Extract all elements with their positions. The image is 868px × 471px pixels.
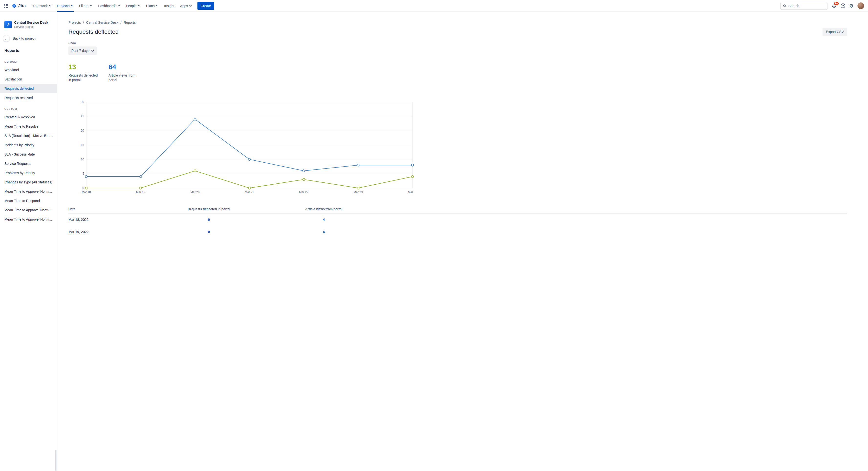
svg-text:30: 30 bbox=[81, 100, 84, 104]
column-header-date: Date bbox=[68, 207, 152, 211]
sidebar-item-problems-by-priority[interactable]: Problems by Priority bbox=[0, 168, 57, 178]
sidebar-item-mean-time-approve-1[interactable]: Mean Time to Approve 'Norm… bbox=[0, 187, 57, 196]
svg-text:Mar 20: Mar 20 bbox=[190, 190, 200, 194]
grid-icon bbox=[4, 4, 8, 8]
breadcrumb: Projects / Central Service Desk / Report… bbox=[68, 21, 434, 25]
primary-nav: Your work Projects Filters Dashboards Pe… bbox=[30, 0, 194, 12]
row-date: Mar 18, 2022 bbox=[68, 218, 152, 222]
table-row: Mar 19, 2022 0 4 bbox=[68, 226, 434, 235]
breadcrumb-separator: / bbox=[121, 21, 121, 25]
title-row: Requests deflected Export CSV bbox=[68, 28, 434, 36]
chevron-down-icon bbox=[118, 5, 120, 7]
group-label-custom: CUSTOM bbox=[0, 102, 57, 113]
svg-text:10: 10 bbox=[81, 157, 84, 161]
nav-your-work[interactable]: Your work bbox=[30, 0, 54, 12]
jira-logo[interactable]: Jira bbox=[10, 3, 28, 8]
breadcrumb-reports[interactable]: Reports bbox=[124, 21, 135, 25]
rocket-icon bbox=[6, 23, 10, 27]
sidebar: Central Service Desk Service project ← B… bbox=[0, 12, 57, 235]
date-range-dropdown[interactable]: Past 7 days bbox=[68, 47, 97, 55]
deflected-count-link[interactable]: 0 bbox=[152, 218, 266, 222]
nav-projects[interactable]: Projects bbox=[54, 0, 76, 12]
chevron-down-icon bbox=[71, 5, 73, 7]
sidebar-item-mean-time-to-resolve[interactable]: Mean Time to Resolve bbox=[0, 122, 57, 131]
svg-text:Mar 18: Mar 18 bbox=[82, 190, 91, 194]
back-label: Back to project bbox=[13, 36, 35, 40]
nav-filters[interactable]: Filters bbox=[76, 0, 95, 12]
chart-container: 051015202530Mar 18Mar 19Mar 20Mar 21Mar … bbox=[76, 100, 434, 196]
sidebar-item-changes-by-type[interactable]: Changes by Type (All Statuses) bbox=[0, 178, 57, 187]
chevron-down-icon bbox=[91, 49, 94, 53]
create-button[interactable]: Create bbox=[197, 2, 214, 10]
page-title: Requests deflected bbox=[68, 28, 119, 35]
jira-logo-icon bbox=[12, 3, 17, 8]
sidebar-item-satisfaction[interactable]: Satisfaction bbox=[0, 75, 57, 84]
views-count-link[interactable]: 4 bbox=[266, 230, 381, 234]
deflected-count-link[interactable]: 0 bbox=[152, 230, 266, 234]
column-header-views: Article views from portal bbox=[266, 207, 381, 211]
sidebar-item-created-resolved[interactable]: Created & Resolved bbox=[0, 113, 57, 122]
sidebar-item-sla-resolution[interactable]: SLA (Resolution) - Met vs Bre… bbox=[0, 131, 57, 140]
stat-article-views: 64 Article views from portal bbox=[108, 63, 140, 82]
summary-stats: 13 Requests deflected in portal 64 Artic… bbox=[68, 63, 434, 82]
stat-label: Requests deflected in portal bbox=[68, 73, 100, 82]
sidebar-item-sla-success-rate[interactable]: SLA - Success Rate bbox=[0, 150, 57, 159]
stat-value: 64 bbox=[108, 63, 140, 71]
app-switcher-icon[interactable] bbox=[2, 2, 10, 10]
sidebar-item-mean-time-respond[interactable]: Mean Time to Respond bbox=[0, 196, 57, 205]
svg-text:Mar 23: Mar 23 bbox=[353, 190, 363, 194]
show-label: Show bbox=[68, 41, 434, 45]
nav-insight[interactable]: Insight bbox=[161, 0, 177, 12]
project-header: Central Service Desk Service project bbox=[0, 12, 57, 29]
svg-text:20: 20 bbox=[81, 129, 84, 132]
svg-text:Mar 21: Mar 21 bbox=[245, 190, 254, 194]
breadcrumb-separator: / bbox=[83, 21, 84, 25]
svg-text:5: 5 bbox=[82, 172, 84, 175]
sidebar-item-mean-time-approve-3[interactable]: Mean Time to Approve 'Norm… bbox=[0, 215, 57, 224]
top-navigation: Jira Your work Projects Filters Dashboar… bbox=[0, 0, 434, 12]
sidebar-item-requests-resolved[interactable]: Requests resolved bbox=[0, 93, 57, 102]
results-table: Date Requests deflected in portal Articl… bbox=[68, 207, 434, 235]
row-date: Mar 19, 2022 bbox=[68, 230, 152, 234]
back-arrow-icon[interactable]: ← bbox=[3, 35, 10, 42]
chevron-down-icon bbox=[138, 5, 140, 7]
project-type: Service project bbox=[14, 25, 48, 29]
chevron-down-icon bbox=[49, 5, 51, 7]
column-header-deflected: Requests deflected in portal bbox=[152, 207, 266, 211]
logo-text: Jira bbox=[18, 3, 26, 8]
deflection-chart: 051015202530Mar 18Mar 19Mar 20Mar 21Mar … bbox=[76, 100, 414, 195]
project-name: Central Service Desk bbox=[14, 21, 48, 25]
back-to-project[interactable]: ← Back to project bbox=[0, 29, 57, 42]
stat-label: Article views from portal bbox=[108, 73, 140, 82]
project-avatar bbox=[4, 21, 12, 28]
chevron-down-icon bbox=[156, 5, 158, 7]
svg-text:15: 15 bbox=[81, 143, 84, 147]
table-header-row: Date Requests deflected in portal Articl… bbox=[68, 207, 434, 213]
sidebar-section-title: Reports bbox=[0, 42, 57, 53]
nav-dashboards[interactable]: Dashboards bbox=[95, 0, 123, 12]
svg-text:0: 0 bbox=[82, 186, 84, 190]
sidebar-item-mean-time-approve-2[interactable]: Mean Time to Approve 'Norm… bbox=[0, 205, 57, 215]
chevron-down-icon bbox=[189, 5, 192, 7]
main-content: Projects / Central Service Desk / Report… bbox=[57, 12, 434, 235]
breadcrumb-projects[interactable]: Projects bbox=[68, 21, 81, 25]
nav-people[interactable]: People bbox=[123, 0, 143, 12]
sidebar-item-service-requests[interactable]: Service Requests bbox=[0, 159, 57, 168]
sidebar-item-requests-deflected[interactable]: Requests deflected bbox=[0, 84, 57, 93]
sidebar-item-workload[interactable]: Workload bbox=[0, 65, 57, 75]
svg-text:Mar 24: Mar 24 bbox=[408, 190, 414, 194]
nav-apps[interactable]: Apps bbox=[177, 0, 194, 12]
breadcrumb-project[interactable]: Central Service Desk bbox=[86, 21, 118, 25]
svg-text:25: 25 bbox=[81, 114, 84, 118]
group-label-default: DEFAULT bbox=[0, 53, 57, 65]
chevron-down-icon bbox=[90, 5, 92, 7]
views-count-link[interactable]: 4 bbox=[266, 218, 381, 222]
nav-plans[interactable]: Plans bbox=[143, 0, 161, 12]
svg-text:Mar 19: Mar 19 bbox=[136, 190, 146, 194]
sidebar-item-incidents-by-priority[interactable]: Incidents by Priority bbox=[0, 140, 57, 150]
stat-requests-deflected: 13 Requests deflected in portal bbox=[68, 63, 100, 82]
stat-value: 13 bbox=[68, 63, 100, 71]
svg-text:Mar 22: Mar 22 bbox=[299, 190, 308, 194]
table-row: Mar 18, 2022 0 4 bbox=[68, 213, 434, 226]
